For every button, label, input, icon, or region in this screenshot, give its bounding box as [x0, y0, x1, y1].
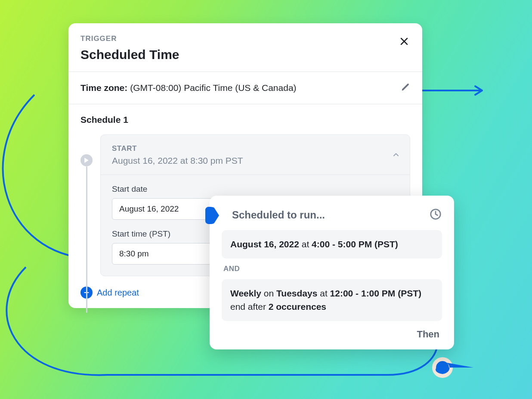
run-block-2: Weekly on Tuesdays at 12:00 - 1:00 PM (P…	[222, 279, 442, 321]
svg-point-1	[432, 357, 453, 378]
run2-time: 12:00 - 1:00 PM (PST)	[330, 288, 421, 298]
then-label: Then	[417, 329, 439, 340]
start-indicator	[80, 154, 93, 166]
timezone-row: Time zone: (GMT-08:00) Pacific Time (US …	[68, 72, 422, 104]
pencil-icon	[401, 82, 410, 92]
close-button[interactable]	[396, 34, 412, 49]
start-datetime: August 16, 2022 at 8:30 pm PST	[112, 156, 399, 166]
run2-end: end after	[230, 302, 266, 312]
start-eyebrow: START	[112, 144, 399, 153]
card-header: TRIGGER Scheduled Time	[68, 34, 422, 72]
close-icon	[399, 36, 409, 47]
run2-occur: 2 occurences	[269, 302, 326, 312]
timezone-value: (GMT-08:00) Pacific Time (US & Canada)	[130, 83, 296, 93]
chevron-up-icon	[392, 150, 400, 159]
edit-timezone-button[interactable]	[401, 82, 410, 94]
schedule-title: Schedule 1	[80, 115, 410, 125]
play-icon	[84, 158, 89, 163]
timezone-label: Time zone:	[80, 83, 127, 93]
run-block-1: August 16, 2022 at 4:00 - 5:00 PM (PST)	[222, 230, 442, 259]
run-schedule-popover: Scheduled to run... August 16, 2022 at 4…	[210, 196, 454, 349]
popover-title: Scheduled to run...	[232, 209, 325, 221]
trigger-eyebrow: TRIGGER	[80, 34, 410, 43]
svg-point-2	[436, 361, 449, 374]
timeline-line	[86, 166, 87, 313]
collapse-button[interactable]	[392, 150, 400, 161]
popover-header: Scheduled to run...	[222, 208, 442, 222]
run1-date: August 16, 2022	[230, 239, 299, 249]
trigger-title: Scheduled Time	[80, 47, 410, 62]
and-separator: AND	[223, 265, 442, 273]
run1-time: 4:00 - 5:00 PM (PST)	[312, 239, 398, 249]
run1-at: at	[302, 239, 309, 249]
run2-days: Tuesdays	[276, 288, 317, 298]
clock-icon	[429, 208, 442, 222]
start-header[interactable]: START August 16, 2022 at 8:30 pm PST	[101, 135, 410, 175]
run2-at: at	[320, 288, 328, 298]
add-repeat-label: Add repeat	[97, 288, 139, 298]
then-row: Then	[222, 329, 442, 340]
popover-pointer-icon	[205, 207, 219, 224]
run2-on: on	[264, 288, 274, 298]
run2-freq: Weekly	[230, 288, 261, 298]
start-date-label: Start date	[112, 184, 399, 194]
